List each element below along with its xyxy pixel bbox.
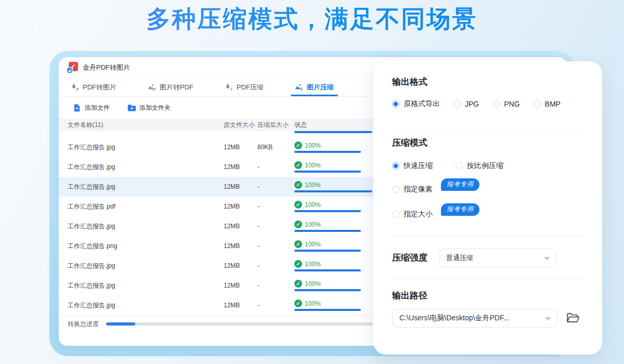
row-progress-bar bbox=[294, 151, 361, 153]
add-file-button[interactable]: 添加文件 bbox=[73, 103, 110, 112]
radio-icon[interactable] bbox=[456, 162, 463, 170]
col-filename: 文件名称(11) bbox=[68, 121, 224, 129]
tab-PDF转图片[interactable]: PDF转图片 bbox=[63, 78, 124, 96]
status-cell: ✓100% bbox=[294, 240, 361, 252]
exam-badge: 报考专用 bbox=[441, 178, 479, 191]
app-logo-icon bbox=[67, 62, 78, 73]
file-name: 工作汇总报告.jpg bbox=[68, 222, 224, 231]
radio-icon[interactable] bbox=[492, 100, 500, 108]
radio-label: 快速压缩 bbox=[404, 161, 433, 171]
open-folder-icon[interactable] bbox=[566, 312, 580, 324]
row-progress-bar bbox=[294, 190, 372, 192]
compress-mode-section: 压缩模式 快速压缩按比例压缩指定像素报考专用指定大小报考专用 bbox=[392, 128, 583, 237]
output-format-section: 输出格式 原格式导出JPGPNGBMP bbox=[392, 61, 583, 128]
status-cell: ✓100% bbox=[294, 260, 361, 271]
radio-icon[interactable] bbox=[392, 162, 399, 170]
compress-mode-row: 指定像素报考专用 bbox=[392, 183, 583, 196]
add-folder-button[interactable]: 添加文件夹 bbox=[127, 103, 171, 112]
radio-icon[interactable] bbox=[392, 186, 399, 193]
status-cell: ✓100% bbox=[294, 181, 372, 192]
original-size: 12MB bbox=[224, 302, 257, 309]
image-compress-icon bbox=[295, 83, 303, 92]
radio-label: 指定像素 bbox=[404, 185, 433, 194]
success-check-icon: ✓ bbox=[294, 201, 302, 209]
success-check-icon: ✓ bbox=[294, 300, 302, 307]
success-check-icon: ✓ bbox=[294, 280, 302, 288]
file-name: 工作汇总报告.jpg bbox=[68, 301, 224, 310]
file-name: 工作汇总报告.jpg bbox=[68, 262, 224, 270]
status-cell: ✓100% bbox=[294, 161, 361, 173]
format-option-原格式导出[interactable]: 原格式导出 bbox=[392, 99, 440, 109]
format-option-BMP[interactable]: BMP bbox=[534, 100, 561, 108]
pdf-to-image-icon bbox=[71, 83, 79, 92]
tab-label: 图片压缩 bbox=[307, 83, 334, 92]
format-option-PNG[interactable]: PNG bbox=[492, 100, 519, 108]
mode-option-指定像素[interactable]: 指定像素报考专用 bbox=[392, 183, 479, 196]
success-check-icon: ✓ bbox=[294, 181, 302, 189]
add-file-label: 添加文件 bbox=[85, 103, 110, 112]
compressed-size: - bbox=[257, 262, 294, 269]
radio-icon[interactable] bbox=[534, 100, 541, 108]
original-size: 12MB bbox=[224, 144, 257, 151]
original-size: 12MB bbox=[224, 183, 257, 190]
chevron-down-icon bbox=[544, 257, 550, 261]
progress-percent: 100% bbox=[305, 162, 321, 169]
output-path-title: 输出路径 bbox=[392, 290, 583, 302]
window-title: 金舟PDF转图片 bbox=[83, 63, 130, 72]
radio-label: PNG bbox=[504, 100, 519, 108]
status-cell: ✓100% bbox=[294, 201, 361, 212]
strength-dropdown[interactable]: 普通压缩 bbox=[439, 249, 556, 267]
mode-option-按比例压缩[interactable]: 按比例压缩 bbox=[456, 161, 503, 171]
format-option-JPG[interactable]: JPG bbox=[453, 100, 479, 108]
success-check-icon: ✓ bbox=[294, 161, 302, 169]
compressed-size: - bbox=[257, 183, 294, 190]
mode-option-指定大小[interactable]: 指定大小报考专用 bbox=[392, 208, 479, 220]
output-path-dropdown[interactable]: C:\Users\电脑\Desktop\金舟PDF... bbox=[392, 309, 557, 328]
tab-label: PDF压缩 bbox=[237, 83, 264, 92]
status-cell: ✓100% bbox=[294, 220, 361, 232]
progress-percent: 100% bbox=[305, 221, 321, 228]
progress-percent: 100% bbox=[305, 201, 321, 209]
radio-label: 按比例压缩 bbox=[467, 161, 503, 171]
radio-label: 原格式导出 bbox=[404, 99, 440, 109]
exam-badge: 报考专用 bbox=[441, 203, 479, 216]
tab-图片压缩[interactable]: 图片压缩 bbox=[288, 78, 341, 96]
radio-label: 指定大小 bbox=[404, 210, 433, 219]
chevron-down-icon bbox=[545, 317, 551, 321]
tab-PDF压缩[interactable]: PDF压缩 bbox=[217, 78, 271, 96]
output-format-title: 输出格式 bbox=[392, 76, 583, 88]
file-name: 工作汇总报告.png bbox=[68, 242, 224, 251]
success-check-icon: ✓ bbox=[294, 141, 302, 149]
image-to-pdf-icon bbox=[148, 83, 156, 92]
compress-mode-row: 快速压缩按比例压缩 bbox=[392, 161, 583, 171]
status-cell: ✓100% bbox=[294, 280, 361, 291]
mode-option-快速压缩[interactable]: 快速压缩 bbox=[392, 161, 433, 171]
total-progress-bar bbox=[106, 322, 373, 326]
file-name: 工作汇总报告.jpg bbox=[68, 281, 224, 290]
tab-label: PDF转图片 bbox=[83, 83, 116, 92]
total-progress-label: 转换总进度 bbox=[68, 320, 99, 329]
row-progress-bar bbox=[294, 230, 361, 232]
progress-percent: 100% bbox=[305, 300, 321, 307]
row-progress-bar bbox=[294, 269, 361, 271]
row-progress-bar bbox=[294, 131, 372, 133]
radio-icon[interactable] bbox=[392, 211, 399, 218]
row-progress-bar bbox=[294, 210, 361, 212]
original-size: 12MB bbox=[224, 223, 257, 230]
page-title: 多种压缩模式，满足不同场景 bbox=[0, 3, 624, 35]
row-progress-bar bbox=[294, 289, 361, 291]
pdf-compress-icon bbox=[225, 83, 233, 92]
original-size: 12MB bbox=[224, 262, 257, 269]
compressed-size: - bbox=[257, 203, 294, 210]
radio-icon[interactable] bbox=[453, 100, 461, 108]
radio-icon[interactable] bbox=[392, 100, 399, 108]
original-size: 12MB bbox=[224, 203, 257, 210]
col-original-size: 原文件大小 bbox=[224, 121, 257, 129]
status-cell: ✓100% bbox=[294, 131, 372, 133]
progress-percent: 100% bbox=[305, 280, 321, 288]
success-check-icon: ✓ bbox=[294, 220, 302, 228]
tab-图片转PDF[interactable]: 图片转PDF bbox=[140, 78, 201, 96]
original-size: 12MB bbox=[224, 163, 257, 171]
original-size: 12MB bbox=[224, 282, 257, 289]
progress-percent: 100% bbox=[305, 181, 321, 189]
